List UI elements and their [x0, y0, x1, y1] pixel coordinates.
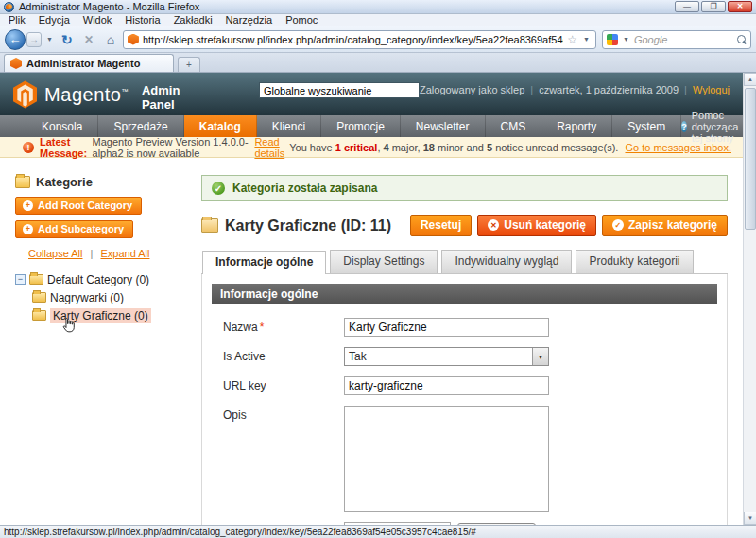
save-category-button[interactable]: ✓ Zapisz kategorię	[602, 215, 728, 236]
nav-klienci[interactable]: Klienci	[257, 115, 321, 137]
url-key-label: URL key	[223, 376, 344, 392]
category-tree: − Default Category (0) Nagrywarki (0) Ka…	[15, 270, 195, 324]
nav-cms[interactable]: CMS	[486, 115, 542, 137]
delete-category-button[interactable]: ✕ Usuń kategorię	[477, 215, 596, 236]
notification-bar: ! Latest Message: Magento Preview Versio…	[0, 137, 743, 158]
collapse-expander-icon[interactable]: −	[15, 274, 26, 285]
new-tab-button[interactable]: +	[178, 57, 200, 72]
magento-favicon	[128, 34, 139, 45]
latest-message-label: Latest Message:	[40, 136, 89, 159]
action-buttons: Resetuj ✕ Usuń kategorię ✓ Zapisz katego…	[410, 215, 728, 236]
vertical-scrollbar[interactable]: ▲ ▼	[743, 73, 756, 525]
browser-tab[interactable]: Administrator Magento	[4, 54, 174, 72]
nav-promocje[interactable]: Promocje	[321, 115, 401, 137]
add-subcategory-button[interactable]: + Add Subcategory	[15, 220, 133, 238]
engine-dropdown-icon[interactable]: ▼	[621, 36, 631, 43]
scrollbar-thumb[interactable]	[745, 88, 756, 230]
nav-system[interactable]: System	[612, 115, 681, 137]
mouse-cursor-hand	[60, 317, 77, 335]
global-search-input[interactable]	[259, 82, 420, 98]
tab-indywidualny-wyglad[interactable]: Indywidualny wygląd	[441, 250, 572, 273]
is-active-value: Tak	[345, 348, 532, 365]
success-message: ✓ Kategoria została zapisana	[201, 175, 728, 201]
status-text: http://sklep.strefakursow.pl/index.php/a…	[4, 527, 476, 537]
delete-label: Usuń kategorię	[504, 218, 586, 232]
nav-katalog[interactable]: Katalog	[184, 115, 257, 137]
search-icon[interactable]	[737, 35, 747, 44]
nav-sprzedaze[interactable]: Sprzedaże	[98, 115, 183, 137]
menu-pomoc[interactable]: Pomoc	[279, 14, 324, 26]
scroll-down-button[interactable]: ▼	[744, 512, 756, 525]
nav-konsola[interactable]: Konsola	[26, 115, 98, 137]
folder-icon	[29, 274, 43, 285]
menu-historia[interactable]: Historia	[118, 14, 166, 26]
collapse-all-link[interactable]: Collapse All	[28, 248, 82, 259]
nav-raporty[interactable]: Raporty	[541, 115, 612, 137]
minimize-button[interactable]: —	[675, 1, 699, 12]
latest-message-text: Magento Preview Version 1.4.0.0-alpha2 i…	[93, 136, 251, 159]
major-text: major,	[389, 142, 423, 153]
global-search	[259, 82, 420, 98]
magento-logo-icon	[13, 80, 37, 109]
url-text[interactable]: http://sklep.strefakursow.pl/index.php/a…	[143, 34, 563, 45]
tree-row-nagrywarki[interactable]: Nagrywarki (0)	[15, 288, 195, 306]
history-dropdown-icon[interactable]: ▼	[44, 36, 55, 43]
close-button[interactable]: ✕	[728, 1, 752, 12]
url-bar[interactable]: http://sklep.strefakursow.pl/index.php/a…	[123, 30, 596, 49]
home-button[interactable]: ⌂	[101, 30, 120, 49]
reload-button[interactable]: ↻	[58, 30, 77, 49]
is-active-select[interactable]: Tak ▼	[344, 347, 549, 366]
menu-edycja[interactable]: Edycja	[32, 14, 77, 26]
magento-logo: Magento™ Admin Panel	[13, 80, 214, 109]
tree-label[interactable]: Default Category (0)	[47, 273, 149, 286]
select-arrow-icon[interactable]: ▼	[532, 348, 548, 365]
search-box[interactable]: ▼ Google	[602, 30, 751, 49]
forward-button[interactable]: →	[26, 32, 42, 47]
tab-display-settings[interactable]: Display Settings	[330, 250, 438, 273]
browser-tabbar: Administrator Magento +	[0, 53, 756, 73]
restore-button[interactable]: ❐	[701, 1, 726, 12]
expand-all-link[interactable]: Expand All	[100, 248, 149, 259]
description-textarea[interactable]	[344, 406, 549, 512]
folder-icon	[32, 292, 46, 303]
menu-plik[interactable]: Plik	[2, 14, 32, 26]
url-dropdown-icon[interactable]: ▼	[581, 36, 592, 43]
tree-row-karty-graficzne[interactable]: Karty Graficzne (0)	[15, 306, 195, 324]
general-info-form: Nazwa* Is Active Tak ▼ URL key	[212, 304, 717, 525]
search-placeholder[interactable]: Google	[634, 34, 734, 45]
read-details-link[interactable]: Read details	[254, 136, 289, 159]
tab-produkty-kategorii[interactable]: Produkty kategorii	[576, 250, 693, 273]
sidebar-title-row: Kategorie	[15, 175, 195, 189]
delete-icon: ✕	[488, 219, 499, 231]
name-input[interactable]	[344, 318, 549, 337]
scroll-up-button[interactable]: ▲	[744, 73, 756, 86]
add-sub-label: Add Subcategory	[38, 223, 124, 234]
nav-newsletter[interactable]: Newsletter	[401, 115, 486, 137]
back-button[interactable]: ←	[5, 29, 26, 50]
add-root-category-button[interactable]: + Add Root Category	[15, 197, 142, 215]
logo-text: Magento™	[44, 84, 129, 106]
logo-subtitle: Admin Panel	[142, 83, 214, 112]
stop-button[interactable]: ✕	[79, 30, 98, 49]
menu-zakladki[interactable]: Zakładki	[167, 14, 219, 26]
tree-label[interactable]: Nagrywarki (0)	[50, 291, 124, 304]
form-row-description: Opis	[223, 406, 717, 512]
header-date: czwartek, 1 października 2009	[539, 84, 679, 95]
success-text: Kategoria została zapisana	[232, 182, 377, 195]
trademark: ™	[121, 88, 129, 95]
reset-button[interactable]: Resetuj	[410, 215, 472, 236]
logout-link[interactable]: Wyloguj	[693, 84, 730, 95]
bookmark-star-icon[interactable]: ☆	[567, 33, 577, 46]
menu-widok[interactable]: Widok	[77, 14, 119, 26]
header-separator: |	[530, 84, 533, 95]
notice-text: notice unread message(s).	[492, 142, 621, 153]
tab-informacje-ogolne[interactable]: Informacje ogólne	[202, 251, 326, 274]
url-key-input[interactable]	[344, 376, 549, 395]
menu-narzedzia[interactable]: Narzędzia	[219, 14, 280, 26]
page-help-link[interactable]: ? Pomoc dotycząca tej strony	[681, 115, 743, 137]
name-label: Nazwa*	[223, 318, 344, 334]
tree-row-default-category[interactable]: − Default Category (0)	[15, 270, 195, 288]
warning-icon: !	[23, 142, 34, 153]
folder-icon	[32, 310, 46, 321]
inbox-link[interactable]: Go to messages inbox.	[625, 142, 731, 153]
